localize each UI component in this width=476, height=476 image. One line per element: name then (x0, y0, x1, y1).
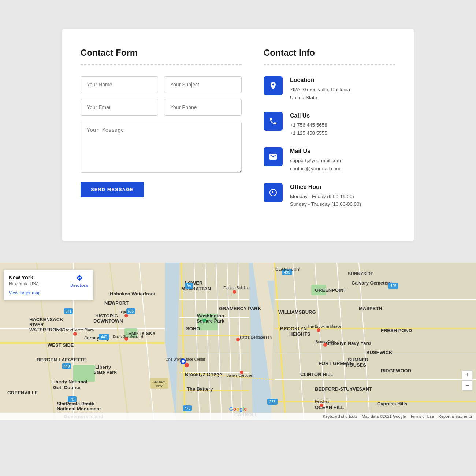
svg-text:WEST SIDE: WEST SIDE (48, 342, 74, 348)
svg-text:641: 641 (66, 309, 72, 313)
map-popup-header: New York New York, USA Directions (9, 274, 88, 287)
form-row-1 (81, 76, 242, 93)
form-row-2 (81, 99, 242, 116)
directions-label[interactable]: Directions (70, 283, 88, 287)
svg-text:ShopRite of Metro Plaza: ShopRite of Metro Plaza (54, 328, 94, 332)
svg-text:WILLIAMSBURG: WILLIAMSBURG (278, 309, 316, 315)
svg-text:9A: 9A (187, 284, 191, 288)
svg-text:HOUSES: HOUSES (346, 362, 366, 368)
svg-point-84 (236, 338, 240, 341)
message-textarea[interactable] (81, 122, 242, 173)
main-card: Contact Form SEND MESSAGE Contact Info (62, 29, 414, 241)
directions-control[interactable]: Directions (70, 274, 88, 287)
info-item-call: Call Us +1 756 445 5658 +1 125 458 5555 (264, 112, 395, 137)
form-title: Contact Form (81, 48, 242, 58)
svg-text:478: 478 (185, 406, 191, 410)
call-detail-2: +1 125 458 5555 (290, 129, 327, 137)
svg-text:CITY: CITY (156, 384, 163, 388)
zoom-controls: + − (462, 370, 472, 391)
svg-text:Washington: Washington (197, 313, 224, 319)
subject-input[interactable] (164, 76, 242, 93)
svg-point-126 (182, 360, 185, 363)
svg-text:278: 278 (269, 400, 276, 404)
location-detail-2: United State (290, 94, 350, 102)
svg-point-83 (202, 319, 206, 322)
svg-text:The Battery: The Battery (187, 386, 213, 392)
zoom-out-button[interactable]: − (462, 380, 472, 391)
svg-text:MASPETH: MASPETH (359, 306, 382, 311)
map-canvas: HACKENSACK RIVER WATERFRONT WEST SIDE BE… (0, 263, 476, 420)
info-item-location: Location 76/A, Green valle, Califonia Un… (264, 76, 395, 101)
svg-text:Hoboken Waterfront: Hoboken Waterfront (110, 291, 156, 297)
location-icon-box (264, 76, 283, 95)
svg-text:GREENVILLE: GREENVILLE (7, 390, 38, 395)
svg-text:GREENPOINT: GREENPOINT (315, 287, 346, 293)
mail-detail-1: support@yourmail.com (290, 157, 341, 165)
svg-text:Cypress Hills: Cypress Hills (377, 401, 407, 406)
map-popup: New York New York, USA Directions View l… (4, 270, 93, 300)
form-divider (81, 64, 242, 65)
svg-point-98 (124, 314, 128, 317)
hours-detail-2: Sunday - Thusday (10.00-06.00) (290, 200, 361, 208)
hours-detail-1: Monday - Friday (9.00-19.00) (290, 193, 361, 201)
svg-text:The Brooklyn Mirage: The Brooklyn Mirage (308, 324, 342, 328)
svg-text:DOWNTOWN: DOWNTOWN (93, 318, 123, 324)
svg-text:State Park: State Park (93, 369, 117, 375)
info-item-hours: Office Hour Monday - Friday (9.00-19.00)… (264, 183, 395, 208)
svg-text:National Monument: National Monument (57, 406, 101, 412)
svg-point-100 (320, 404, 323, 407)
clock-icon (269, 188, 278, 197)
view-larger-map-link[interactable]: View larger map (9, 290, 88, 295)
svg-text:HEIGHTS: HEIGHTS (289, 331, 310, 337)
svg-text:HISTORIC: HISTORIC (95, 313, 118, 319)
phone-input[interactable] (164, 99, 242, 116)
location-label: Location (290, 77, 350, 83)
svg-text:BROOKLYN: BROOKLYN (280, 326, 307, 331)
svg-point-92 (233, 290, 236, 294)
svg-text:SUMNER: SUMNER (348, 357, 369, 362)
svg-text:Liberty National: Liberty National (51, 379, 87, 384)
svg-text:Bunna Cafe: Bunna Cafe (316, 340, 335, 344)
svg-text:Square Park: Square Park (197, 318, 225, 324)
svg-text:Empty Sky Memorial: Empty Sky Memorial (113, 335, 143, 338)
svg-point-81 (185, 363, 189, 367)
name-input[interactable] (81, 76, 158, 93)
svg-text:440: 440 (101, 335, 107, 339)
svg-text:78: 78 (70, 397, 74, 401)
map-popup-subtitle: New York, USA (9, 281, 39, 286)
report-map-error-link[interactable]: Report a map error (438, 414, 472, 419)
svg-text:Golf Course: Golf Course (53, 385, 80, 390)
svg-text:Katz's Delicatessen: Katz's Delicatessen (240, 335, 272, 339)
call-label: Call Us (290, 112, 327, 119)
svg-text:495: 495 (390, 284, 397, 288)
mail-text: Mail Us support@yourmail.com contact@you… (290, 147, 341, 172)
svg-text:GRAMERCY PARK: GRAMERCY PARK (219, 306, 261, 311)
send-message-button[interactable]: SEND MESSAGE (81, 182, 144, 197)
svg-text:BUSHWICK: BUSHWICK (366, 350, 393, 355)
mail-detail-2: contact@yourmail.com (290, 165, 341, 173)
mail-label: Mail Us (290, 148, 341, 155)
phone-icon-box (264, 112, 283, 131)
svg-text:Calvary Cemetery: Calvary Cemetery (352, 280, 392, 286)
keyboard-shortcuts-link[interactable]: Keyboard shortcuts (323, 414, 357, 419)
terms-of-use-link[interactable]: Terms of Use (410, 414, 434, 419)
svg-text:BEDFORD-STUYVESANT: BEDFORD-STUYVESANT (315, 386, 372, 392)
map-popup-info: New York New York, USA (9, 274, 39, 286)
contact-info-section: Contact Info Location 76/A, Green valle,… (264, 48, 395, 219)
email-input[interactable] (81, 99, 158, 116)
svg-text:RIDGEWOOD: RIDGEWOOD (381, 368, 411, 373)
phone-icon (269, 117, 278, 126)
svg-text:OCEAN HILL: OCEAN HILL (315, 405, 344, 410)
clock-icon-box (264, 183, 283, 202)
svg-point-88 (317, 328, 320, 332)
location-text: Location 76/A, Green valle, Califonia Un… (290, 76, 350, 101)
location-detail-1: 76/A, Green valle, Califonia (290, 86, 350, 94)
hours-text: Office Hour Monday - Friday (9.00-19.00)… (290, 183, 361, 208)
google-logo: Google (229, 406, 247, 412)
call-detail-1: +1 756 445 5658 (290, 121, 327, 129)
map-section: HACKENSACK RIVER WATERFRONT WEST SIDE BE… (0, 263, 476, 420)
zoom-in-button[interactable]: + (462, 370, 472, 380)
info-divider (264, 64, 395, 65)
contact-form-section: Contact Form SEND MESSAGE (81, 48, 242, 219)
directions-icon (76, 274, 83, 282)
